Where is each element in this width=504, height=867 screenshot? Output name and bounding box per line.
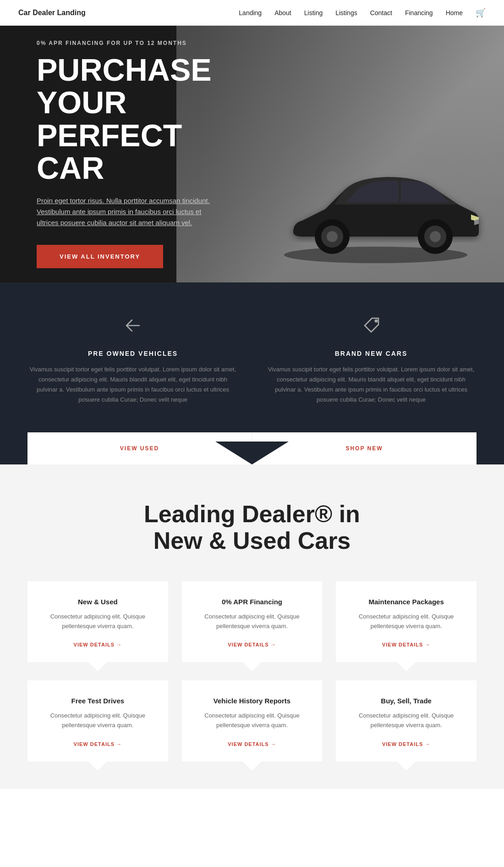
dealer-title: Leading Dealer® in New & Used Cars bbox=[27, 501, 477, 553]
service-title-2: Maintenance Packages bbox=[347, 598, 466, 606]
service-desc-1: Consectetur adipiscing elit. Quisque pel… bbox=[193, 612, 312, 631]
service-desc-0: Consectetur adipiscing elit. Quisque pel… bbox=[38, 612, 157, 631]
feature-brand-new: BRAND NEW CARS Vivamus suscipit tortor e… bbox=[266, 315, 477, 405]
service-link-3[interactable]: VIEW DETAILS → bbox=[74, 741, 122, 747]
arrow-left-icon bbox=[27, 315, 238, 341]
service-desc-3: Consectetur adipiscing elit. Quisque pel… bbox=[38, 711, 157, 730]
features-buttons: VIEW USED SHOP NEW bbox=[27, 432, 477, 464]
service-desc-2: Consectetur adipiscing elit. Quisque pel… bbox=[347, 612, 466, 631]
nav-link-contact[interactable]: Contact bbox=[370, 9, 392, 17]
service-title-5: Buy, Sell, Trade bbox=[347, 697, 466, 705]
feature-pre-owned: PRE OWNED VEHICLES Vivamus suscipit tort… bbox=[27, 315, 238, 405]
nav-link-listings[interactable]: Listings bbox=[335, 9, 357, 17]
service-title-0: New & Used bbox=[38, 598, 157, 606]
service-card-5: Buy, Sell, Trade Consectetur adipiscing … bbox=[336, 680, 477, 762]
features-section: PRE OWNED VEHICLES Vivamus suscipit tort… bbox=[0, 282, 504, 464]
service-link-1[interactable]: VIEW DETAILS → bbox=[228, 642, 276, 647]
feature-pre-owned-title: PRE OWNED VEHICLES bbox=[27, 350, 238, 357]
service-card-2: Maintenance Packages Consectetur adipisc… bbox=[336, 581, 477, 663]
dealer-section: Leading Dealer® in New & Used Cars New &… bbox=[0, 464, 504, 789]
service-card-3: Free Test Drives Consectetur adipiscing … bbox=[27, 680, 168, 762]
services-grid: New & Used Consectetur adipiscing elit. … bbox=[27, 581, 477, 762]
nav-link-financing[interactable]: Financing bbox=[405, 9, 433, 17]
site-logo: Car Dealer Landing bbox=[18, 9, 86, 17]
hero-car-image bbox=[266, 145, 486, 264]
service-title-4: Vehicle History Reports bbox=[193, 697, 312, 705]
view-inventory-button[interactable]: VIEW ALL INVENTORY bbox=[37, 245, 163, 268]
nav-link-about[interactable]: About bbox=[274, 9, 291, 17]
service-desc-5: Consectetur adipiscing elit. Quisque pel… bbox=[347, 711, 466, 730]
service-link-0[interactable]: VIEW DETAILS → bbox=[74, 642, 122, 647]
hero-title: PURCHASE YOUR PERFECT CAR bbox=[37, 54, 220, 185]
tag-icon bbox=[266, 315, 477, 341]
service-card-1: 0% APR Financing Consectetur adipiscing … bbox=[182, 581, 323, 663]
svg-point-6 bbox=[430, 231, 441, 242]
svg-point-7 bbox=[375, 320, 378, 322]
service-title-1: 0% APR Financing bbox=[193, 598, 312, 606]
view-used-button[interactable]: VIEW USED bbox=[27, 432, 252, 464]
service-link-4[interactable]: VIEW DETAILS → bbox=[228, 741, 276, 747]
nav-link-landing[interactable]: Landing bbox=[239, 9, 262, 17]
svg-point-3 bbox=[327, 231, 338, 242]
hero-subtitle: 0% APR Financing for up to 12 months bbox=[37, 40, 220, 46]
feature-pre-owned-desc: Vivamus suscipit tortor eget felis portt… bbox=[27, 364, 238, 405]
hero-content: 0% APR Financing for up to 12 months PUR… bbox=[0, 40, 257, 269]
dealer-title-line1: Leading Dealer® in bbox=[144, 501, 360, 527]
service-card-0: New & Used Consectetur adipiscing elit. … bbox=[27, 581, 168, 663]
service-card-4: Vehicle History Reports Consectetur adip… bbox=[182, 680, 323, 762]
service-desc-4: Consectetur adipiscing elit. Quisque pel… bbox=[193, 711, 312, 730]
shop-new-button[interactable]: SHOP NEW bbox=[252, 432, 477, 464]
nav-link-listing[interactable]: Listing bbox=[304, 9, 323, 17]
service-link-5[interactable]: VIEW DETAILS → bbox=[382, 741, 430, 747]
hero-description: Proin eget tortor risus. Nulla porttitor… bbox=[37, 195, 220, 228]
dealer-title-line2: New & Used Cars bbox=[153, 527, 351, 554]
service-title-3: Free Test Drives bbox=[38, 697, 157, 705]
hero-title-line1: PURCHASE YOUR bbox=[37, 52, 212, 120]
hero-title-line2: PERFECT CAR bbox=[37, 118, 182, 185]
features-grid: PRE OWNED VEHICLES Vivamus suscipit tort… bbox=[27, 315, 477, 405]
service-link-2[interactable]: VIEW DETAILS → bbox=[382, 642, 430, 647]
hero-section: 0% APR Financing for up to 12 months PUR… bbox=[0, 26, 504, 282]
feature-brand-new-desc: Vivamus suscipit tortor eget felis portt… bbox=[266, 364, 477, 405]
feature-brand-new-title: BRAND NEW CARS bbox=[266, 350, 477, 357]
nav-link-home[interactable]: Home bbox=[446, 9, 463, 17]
cart-icon[interactable]: 🛒 bbox=[476, 8, 486, 17]
navbar: Car Dealer Landing Landing About Listing… bbox=[0, 0, 504, 26]
nav-links: Landing About Listing Listings Contact F… bbox=[239, 8, 486, 18]
